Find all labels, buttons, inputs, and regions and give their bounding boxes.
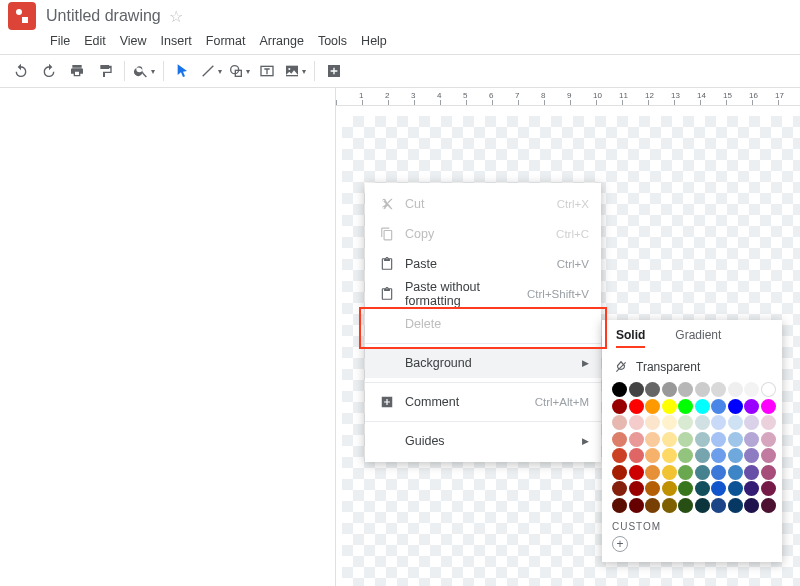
color-swatch[interactable]	[744, 481, 759, 496]
ctx-guides[interactable]: Guides ▶	[365, 426, 601, 456]
color-swatch[interactable]	[744, 448, 759, 463]
ctx-paste[interactable]: Paste Ctrl+V	[365, 249, 601, 279]
color-swatch[interactable]	[612, 432, 627, 447]
color-swatch[interactable]	[711, 399, 726, 414]
color-swatch[interactable]	[612, 382, 627, 397]
color-swatch[interactable]	[695, 465, 710, 480]
color-swatch[interactable]	[645, 415, 660, 430]
color-swatch[interactable]	[711, 498, 726, 513]
color-swatch[interactable]	[629, 465, 644, 480]
color-swatch[interactable]	[662, 382, 677, 397]
star-icon[interactable]: ☆	[169, 7, 183, 26]
color-swatch[interactable]	[728, 399, 743, 414]
color-swatch[interactable]	[728, 432, 743, 447]
ctx-background[interactable]: Background ▶	[365, 348, 601, 378]
image-tool[interactable]	[282, 58, 308, 84]
menu-arrange[interactable]: Arrange	[253, 32, 309, 50]
color-swatch[interactable]	[662, 465, 677, 480]
color-swatch[interactable]	[761, 465, 776, 480]
color-swatch[interactable]	[678, 382, 693, 397]
color-swatch[interactable]	[678, 498, 693, 513]
color-swatch[interactable]	[612, 498, 627, 513]
menu-view[interactable]: View	[114, 32, 153, 50]
color-swatch[interactable]	[744, 399, 759, 414]
color-swatch[interactable]	[695, 382, 710, 397]
color-swatch[interactable]	[612, 415, 627, 430]
color-swatch[interactable]	[662, 415, 677, 430]
color-swatch[interactable]	[711, 448, 726, 463]
textbox-tool[interactable]	[254, 58, 280, 84]
menu-insert[interactable]: Insert	[155, 32, 198, 50]
color-swatch[interactable]	[678, 432, 693, 447]
ctx-comment[interactable]: Comment Ctrl+Alt+M	[365, 387, 601, 417]
color-swatch[interactable]	[645, 399, 660, 414]
color-swatch[interactable]	[695, 498, 710, 513]
line-tool[interactable]	[198, 58, 224, 84]
tab-gradient[interactable]: Gradient	[675, 328, 721, 348]
color-swatch[interactable]	[728, 498, 743, 513]
color-swatch[interactable]	[662, 399, 677, 414]
color-swatch[interactable]	[711, 382, 726, 397]
color-swatch[interactable]	[662, 448, 677, 463]
color-swatch[interactable]	[678, 481, 693, 496]
redo-button[interactable]	[36, 58, 62, 84]
color-swatch[interactable]	[761, 415, 776, 430]
color-swatch[interactable]	[728, 448, 743, 463]
color-swatch[interactable]	[629, 498, 644, 513]
color-swatch[interactable]	[761, 382, 776, 397]
zoom-button[interactable]	[131, 58, 157, 84]
color-swatch[interactable]	[678, 448, 693, 463]
color-swatch[interactable]	[645, 481, 660, 496]
color-swatch[interactable]	[761, 432, 776, 447]
color-swatch[interactable]	[761, 399, 776, 414]
menu-help[interactable]: Help	[355, 32, 393, 50]
color-swatch[interactable]	[629, 432, 644, 447]
color-swatch[interactable]	[711, 481, 726, 496]
color-swatch[interactable]	[761, 481, 776, 496]
shape-tool[interactable]	[226, 58, 252, 84]
app-logo[interactable]	[8, 2, 36, 30]
color-swatch[interactable]	[761, 498, 776, 513]
color-swatch[interactable]	[662, 481, 677, 496]
color-swatch[interactable]	[612, 465, 627, 480]
color-swatch[interactable]	[612, 399, 627, 414]
color-swatch[interactable]	[645, 498, 660, 513]
color-swatch[interactable]	[629, 448, 644, 463]
menu-tools[interactable]: Tools	[312, 32, 353, 50]
color-swatch[interactable]	[728, 382, 743, 397]
color-swatch[interactable]	[695, 432, 710, 447]
menu-file[interactable]: File	[44, 32, 76, 50]
paint-format-button[interactable]	[92, 58, 118, 84]
color-swatch[interactable]	[695, 481, 710, 496]
select-tool[interactable]	[170, 58, 196, 84]
color-swatch[interactable]	[629, 415, 644, 430]
color-swatch[interactable]	[645, 432, 660, 447]
color-swatch[interactable]	[695, 448, 710, 463]
color-swatch[interactable]	[612, 448, 627, 463]
color-swatch[interactable]	[645, 448, 660, 463]
add-custom-color-button[interactable]: +	[612, 536, 628, 552]
color-swatch[interactable]	[744, 415, 759, 430]
color-swatch[interactable]	[728, 415, 743, 430]
print-button[interactable]	[64, 58, 90, 84]
tab-solid[interactable]: Solid	[616, 328, 645, 348]
transparent-option[interactable]: Transparent	[612, 354, 772, 380]
color-swatch[interactable]	[744, 465, 759, 480]
ctx-paste-plain[interactable]: Paste without formatting Ctrl+Shift+V	[365, 279, 601, 309]
color-swatch[interactable]	[662, 498, 677, 513]
color-swatch[interactable]	[761, 448, 776, 463]
menu-edit[interactable]: Edit	[78, 32, 112, 50]
color-swatch[interactable]	[744, 432, 759, 447]
color-swatch[interactable]	[612, 481, 627, 496]
color-swatch[interactable]	[629, 382, 644, 397]
color-swatch[interactable]	[629, 481, 644, 496]
color-swatch[interactable]	[695, 399, 710, 414]
color-swatch[interactable]	[744, 382, 759, 397]
color-swatch[interactable]	[711, 465, 726, 480]
color-swatch[interactable]	[629, 399, 644, 414]
color-swatch[interactable]	[728, 465, 743, 480]
color-swatch[interactable]	[678, 465, 693, 480]
color-swatch[interactable]	[645, 382, 660, 397]
color-swatch[interactable]	[662, 432, 677, 447]
color-swatch[interactable]	[728, 481, 743, 496]
